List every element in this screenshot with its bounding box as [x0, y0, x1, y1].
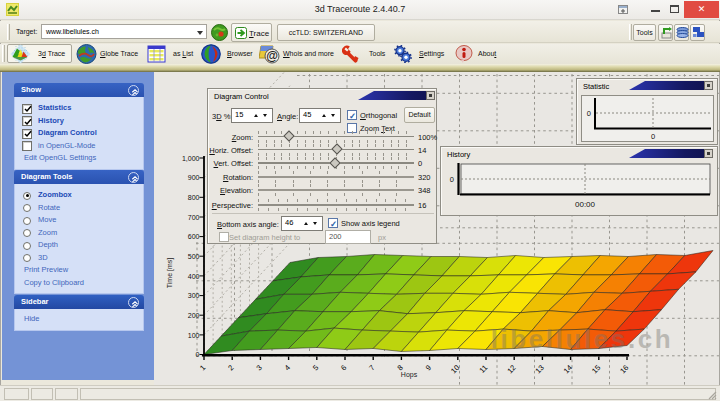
- svg-text:0: 0: [196, 351, 200, 358]
- svg-text:16: 16: [618, 363, 630, 375]
- svg-text:900: 900: [188, 174, 200, 181]
- svg-text:15: 15: [590, 363, 602, 375]
- svg-text:14: 14: [562, 363, 574, 375]
- svg-text:0: 0: [651, 132, 655, 141]
- svg-text:Hops: Hops: [401, 371, 418, 379]
- svg-text:Time [ms]: Time [ms]: [166, 258, 174, 289]
- svg-text:400: 400: [188, 273, 200, 280]
- svg-text:0: 0: [587, 109, 591, 118]
- svg-text:100: 100: [188, 332, 200, 339]
- svg-text:800: 800: [188, 194, 200, 201]
- svg-text:500: 500: [188, 253, 200, 260]
- svg-text:11: 11: [478, 363, 490, 375]
- svg-text:00:00: 00:00: [575, 200, 596, 209]
- svg-text:700: 700: [188, 214, 200, 221]
- svg-text:200: 200: [188, 312, 200, 319]
- svg-text:10: 10: [449, 363, 461, 375]
- svg-text:@: @: [266, 49, 278, 63]
- svg-text:libellules.ch: libellules.ch: [491, 324, 674, 354]
- svg-text:12: 12: [505, 363, 517, 375]
- svg-text:600: 600: [188, 233, 200, 240]
- svg-text:1,000: 1,000: [182, 155, 200, 162]
- svg-text:300: 300: [188, 292, 200, 299]
- svg-text:0: 0: [450, 175, 454, 184]
- svg-text:13: 13: [534, 363, 546, 375]
